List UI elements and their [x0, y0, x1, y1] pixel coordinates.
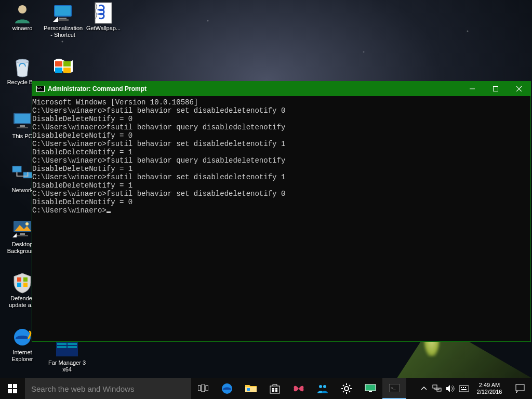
taskbar-clock[interactable]: 2:49 AM 2/12/2016: [471, 382, 508, 395]
svg-point-51: [344, 387, 349, 391]
gear-icon: [341, 383, 352, 394]
svg-rect-2: [55, 6, 71, 16]
svg-rect-36: [8, 389, 12, 393]
maximize-button[interactable]: [484, 82, 507, 96]
monitor-icon: [52, 2, 74, 24]
terminal-line: C:\Users\winaero>fsutil behavior query d…: [32, 123, 530, 131]
svg-rect-39: [202, 384, 205, 392]
command-prompt-title: Administrator: Command Prompt: [48, 85, 147, 92]
desktop-icon-far-manager[interactable]: Far Manager 3 x64: [44, 337, 90, 373]
svg-rect-56: [433, 385, 437, 388]
desktop-icon-personalization[interactable]: Personalization - Shortcut: [44, 2, 82, 38]
taskbar-app-file-explorer[interactable]: [239, 378, 263, 399]
svg-point-50: [323, 385, 326, 388]
desktop-icon-paint-clone[interactable]: [44, 56, 82, 79]
desktop-icon-getwallpaper[interactable]: GetWallpap...: [84, 2, 123, 32]
desktop-icon-winaero[interactable]: winaero: [3, 2, 42, 32]
folder-icon: [245, 384, 257, 393]
terminal-line: DisableDeleteNotify = 0: [32, 198, 530, 206]
network-tray-icon: [432, 384, 442, 393]
svg-rect-22: [23, 277, 28, 282]
tray-volume-icon[interactable]: [444, 384, 457, 393]
taskbar-app-edge[interactable]: [215, 378, 239, 399]
desktop-icon-label: Personalization - Shortcut: [44, 25, 82, 38]
svg-rect-40: [206, 385, 208, 391]
store-icon: [270, 383, 280, 394]
svg-rect-52: [365, 384, 376, 391]
svg-rect-43: [247, 388, 250, 391]
svg-rect-7: [55, 61, 62, 66]
windows-logo-icon: [8, 384, 17, 393]
svg-rect-61: [465, 387, 466, 388]
task-view-icon: [198, 384, 208, 393]
terminal-line: DisableDeleteNotify = 1: [32, 165, 530, 173]
svg-rect-38: [198, 385, 201, 391]
svg-rect-10: [63, 68, 71, 73]
volume-icon: [446, 384, 455, 393]
minimize-button[interactable]: [460, 82, 484, 96]
people-icon: [317, 384, 328, 393]
svg-point-0: [18, 5, 26, 14]
system-tray: 2:49 AM 2/12/2016: [418, 378, 532, 399]
cursor: [107, 211, 111, 213]
command-prompt-titlebar[interactable]: Administrator: Command Prompt: [32, 82, 530, 96]
svg-rect-12: [15, 114, 30, 123]
tray-overflow-button[interactable]: [418, 386, 430, 391]
svg-rect-32: [68, 346, 77, 348]
svg-rect-21: [17, 277, 21, 282]
desktop-icon-label: GetWallpap...: [84, 25, 123, 32]
taskbar-search-placeholder: Search the web and Windows: [31, 384, 134, 393]
taskbar-app-store[interactable]: [263, 378, 287, 399]
action-center-button[interactable]: [508, 384, 532, 393]
svg-rect-23: [17, 283, 21, 287]
svg-rect-24: [23, 283, 28, 287]
taskbar-app-command-prompt[interactable]: >_: [382, 378, 406, 399]
svg-point-18: [25, 222, 29, 225]
desktop-icon-label: Far Manager 3 x64: [44, 360, 90, 373]
tray-input-indicator[interactable]: [457, 384, 471, 393]
taskbar-app-winaero[interactable]: [287, 378, 311, 399]
taskbar-app-people[interactable]: [311, 378, 335, 399]
command-prompt-window: Administrator: Command Prompt Microsoft …: [32, 81, 531, 342]
user-icon: [11, 2, 33, 24]
svg-rect-47: [272, 390, 274, 392]
command-prompt-body[interactable]: Microsoft Windows [Version 10.0.10586]C:…: [32, 96, 530, 341]
svg-rect-13: [20, 125, 25, 127]
svg-rect-46: [275, 388, 277, 390]
keyboard-icon: [459, 384, 469, 393]
svg-rect-58: [459, 385, 469, 392]
command-prompt-sysmenu-icon[interactable]: [36, 86, 45, 92]
taskbar-app-settings[interactable]: [335, 378, 358, 399]
terminal-line: C:\Users\winaero>fsutil behavior set dis…: [32, 107, 530, 115]
recycle-bin-icon: [11, 56, 33, 78]
notification-icon: [515, 384, 525, 393]
svg-rect-59: [461, 387, 462, 388]
svg-rect-19: [20, 233, 25, 235]
svg-rect-35: [13, 384, 17, 388]
this-pc-icon: [11, 110, 33, 132]
script-file-icon: [92, 2, 114, 24]
edge-icon: [221, 383, 233, 394]
svg-rect-48: [275, 390, 277, 392]
chevron-up-icon: [421, 386, 427, 391]
svg-rect-34: [8, 384, 12, 388]
terminal-line: C:\Users\winaero>fsutil behavior set dis…: [32, 140, 530, 148]
svg-rect-29: [57, 343, 66, 345]
desktop-icon-label: winaero: [3, 25, 42, 32]
close-button[interactable]: [507, 82, 530, 96]
svg-rect-33: [493, 87, 498, 91]
internet-explorer-icon: [11, 326, 33, 348]
tray-network-icon[interactable]: [430, 384, 444, 393]
svg-rect-8: [63, 61, 71, 66]
taskbar-app-monitor-tool[interactable]: [358, 378, 382, 399]
taskbar: Search the web and Windows >_: [0, 378, 532, 399]
svg-rect-62: [461, 389, 467, 390]
svg-rect-53: [369, 391, 372, 392]
taskbar-search-box[interactable]: Search the web and Windows: [25, 378, 191, 399]
network-icon: [11, 164, 33, 186]
command-prompt-icon: >_: [389, 384, 400, 392]
start-button[interactable]: [0, 378, 25, 399]
desktop-background-icon: [11, 218, 33, 240]
windows-flag-icon: [52, 56, 74, 78]
task-view-button[interactable]: [191, 378, 215, 399]
